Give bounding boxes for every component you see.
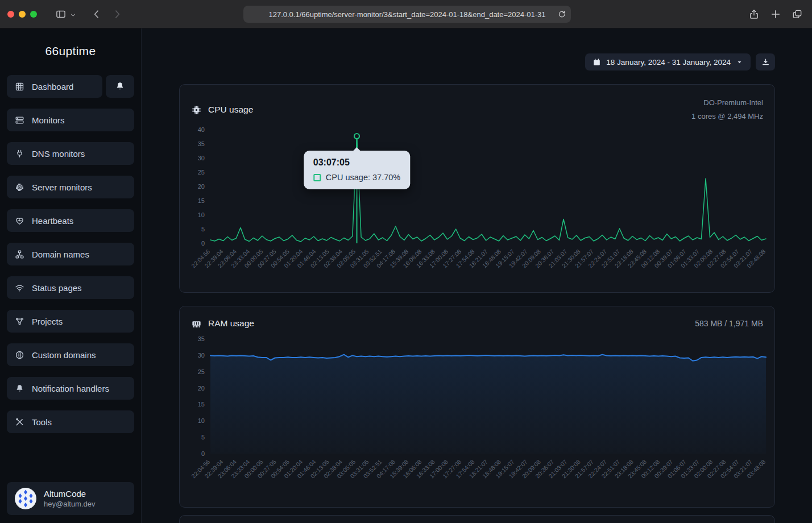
sidebar-item-label: Notification handlers <box>32 384 109 393</box>
cpu-usage-card: CPU usage DO-Premium-Intel 1 cores @ 2,4… <box>179 84 775 293</box>
svg-text:20: 20 <box>198 385 205 392</box>
sidebar-panel-icon[interactable] <box>55 9 67 20</box>
url-text: 127.0.0.1/66uptime/server-monitor/3&star… <box>268 10 545 19</box>
url-bar[interactable]: 127.0.0.1/66uptime/server-monitor/3&star… <box>243 6 571 23</box>
caret-down-icon <box>736 59 743 66</box>
server-name: DO-Premium-Intel <box>691 96 763 110</box>
svg-text:15: 15 <box>198 197 205 204</box>
globe-icon <box>15 350 24 360</box>
svg-text:0: 0 <box>201 450 205 457</box>
ram-chart[interactable]: 0510152025303522:04:5622:39:0423:06:0423… <box>180 335 775 508</box>
sidebar-item-label: Dashboard <box>32 82 73 92</box>
sidebar-item-heartbeats[interactable]: Heartbeats <box>7 209 134 232</box>
account-email: hey@altum.dev <box>44 499 96 509</box>
tooltip-value: CPU usage: 37.70% <box>326 173 400 182</box>
grid-icon <box>15 82 24 92</box>
cpu-chip-icon <box>191 105 202 115</box>
tab-overview-icon[interactable] <box>792 9 803 20</box>
sidebar-item-label: Custom domains <box>32 350 96 360</box>
sidebar-item-label: Heartbeats <box>32 216 73 226</box>
download-icon <box>761 58 770 67</box>
series-swatch <box>313 174 321 181</box>
sidebar-item-notification-handlers[interactable]: Notification handlers <box>7 377 134 400</box>
svg-text:0: 0 <box>201 240 205 247</box>
sidebar: 66uptime Dashboard Monitors DNS monitors <box>0 28 142 523</box>
main-content: 18 January, 2024 - 31 January, 2024 CPU … <box>142 28 812 523</box>
share-icon[interactable] <box>748 9 760 20</box>
back-icon[interactable] <box>91 9 102 20</box>
sidebar-item-label: Projects <box>32 317 63 326</box>
browser-chrome: 127.0.0.1/66uptime/server-monitor/3&star… <box>0 0 812 28</box>
tooltip-time: 03:07:05 <box>313 157 400 168</box>
chevron-down-icon[interactable] <box>69 11 77 18</box>
sitemap-icon <box>15 250 24 259</box>
account-card[interactable]: AltumCode hey@altum.dev <box>7 482 134 515</box>
reload-icon[interactable] <box>557 10 566 19</box>
sidebar-item-label: Tools <box>32 417 52 427</box>
svg-text:20: 20 <box>198 183 205 190</box>
svg-text:30: 30 <box>198 352 205 359</box>
calendar-icon <box>593 58 601 67</box>
sidebar-item-status-pages[interactable]: Status pages <box>7 276 134 299</box>
svg-text:30: 30 <box>198 155 205 161</box>
brand-title: 66uptime <box>0 44 141 58</box>
next-card-stub <box>179 515 775 523</box>
sidebar-item-server-monitors[interactable]: Server monitors <box>7 176 134 198</box>
zoom-window-button[interactable] <box>30 11 37 18</box>
svg-text:25: 25 <box>198 169 205 176</box>
close-window-button[interactable] <box>7 11 14 18</box>
ram-usage-card: RAM usage 583 MB / 1,971 MB 051015202530… <box>179 306 775 508</box>
export-button[interactable] <box>756 53 775 70</box>
sidebar-item-projects[interactable]: Projects <box>7 310 134 333</box>
cpu-chart[interactable]: 051015202530354022:04:5622:39:0423:06:04… <box>180 121 775 292</box>
sidebar-item-monitors[interactable]: Monitors <box>7 109 134 131</box>
forward-icon[interactable] <box>111 9 123 20</box>
date-range-picker[interactable]: 18 January, 2024 - 31 January, 2024 <box>585 53 751 70</box>
ram-card-title: RAM usage <box>208 318 254 329</box>
notifications-button[interactable] <box>106 75 134 98</box>
svg-text:5: 5 <box>201 226 205 233</box>
sidebar-item-label: Domain names <box>32 250 89 259</box>
ram-icon <box>191 318 202 329</box>
sidebar-item-label: Status pages <box>32 283 82 293</box>
sidebar-item-custom-domains[interactable]: Custom domains <box>7 343 134 366</box>
window-controls[interactable] <box>7 11 37 18</box>
cpu-tooltip: 03:07:05 CPU usage: 37.70% <box>304 151 410 189</box>
bell-icon <box>15 384 24 393</box>
plug-icon <box>15 149 24 159</box>
minimize-window-button[interactable] <box>19 11 26 18</box>
date-range-label: 18 January, 2024 - 31 January, 2024 <box>606 58 731 67</box>
svg-text:25: 25 <box>198 368 205 375</box>
svg-text:5: 5 <box>201 434 205 441</box>
ram-usage-value: 583 MB / 1,971 MB <box>695 318 763 329</box>
sidebar-item-label: DNS monitors <box>32 149 85 159</box>
tools-icon <box>15 417 24 427</box>
new-tab-icon[interactable] <box>770 9 781 20</box>
wifi-icon <box>15 283 24 293</box>
sidebar-item-label: Monitors <box>32 115 65 125</box>
cpu-icon <box>15 182 24 192</box>
svg-text:35: 35 <box>198 335 205 342</box>
account-name: AltumCode <box>44 488 96 499</box>
svg-text:40: 40 <box>198 126 205 133</box>
svg-text:10: 10 <box>198 211 205 218</box>
monitors-icon <box>15 115 24 125</box>
svg-text:10: 10 <box>198 417 205 424</box>
cpu-card-title: CPU usage <box>208 105 253 115</box>
bell-icon <box>115 81 125 92</box>
heartbeat-icon <box>15 216 24 226</box>
share-nodes-icon <box>15 317 24 326</box>
svg-text:35: 35 <box>198 140 205 147</box>
sidebar-item-label: Server monitors <box>32 182 92 192</box>
svg-text:15: 15 <box>198 401 205 408</box>
sidebar-item-tools[interactable]: Tools <box>7 410 134 433</box>
avatar <box>15 488 36 509</box>
sidebar-item-dashboard[interactable]: Dashboard <box>7 75 102 98</box>
sidebar-item-domain-names[interactable]: Domain names <box>7 243 134 265</box>
sidebar-item-dns-monitors[interactable]: DNS monitors <box>7 142 134 165</box>
